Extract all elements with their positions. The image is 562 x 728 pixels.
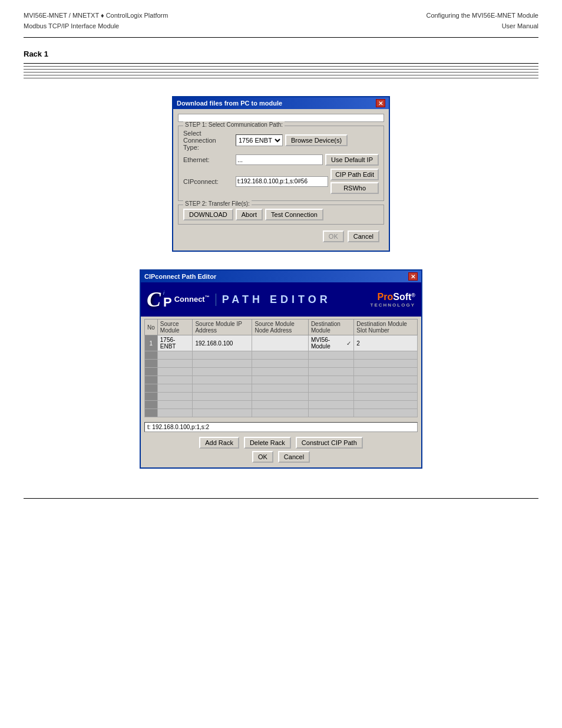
header-right-line2: User Manual — [426, 21, 538, 32]
col-dest-module: Destination Module — [308, 319, 353, 335]
header-left-line1: MVI56E-MNET / MNETXT ♦ ControlLogix Plat… — [24, 11, 168, 21]
ethernet-input[interactable] — [236, 154, 323, 165]
path-footer-row2: OK Cancel — [144, 451, 418, 463]
rack-line-5 — [24, 78, 538, 78]
cip-c-letter: C — [147, 287, 161, 312]
path-editor-titlebar: CIPconnect Path Editor ✕ — [141, 271, 421, 282]
conn-type-row: Select Connection Type: 1756 ENBT Browse… — [183, 130, 379, 151]
download-dialog-title: Download files from PC to module — [177, 100, 282, 107]
download-dialog: Download files from PC to module ✕ STEP … — [172, 96, 390, 252]
construct-cip-btn[interactable]: Construct CIP Path — [296, 437, 363, 449]
row-no: 1 — [145, 335, 158, 351]
step1-group: STEP 1: Select Communication Path: Selec… — [178, 126, 384, 201]
abort-btn[interactable]: Abort — [236, 209, 263, 220]
add-rack-btn[interactable]: Add Rack — [199, 437, 239, 449]
prosoft-technology: TECHNOLOGY — [371, 302, 415, 308]
col-source-module: Source Module — [157, 319, 193, 335]
progress-bar-area — [178, 114, 384, 122]
empty-row-5 — [145, 384, 418, 393]
download-dialog-close[interactable]: ✕ — [376, 99, 385, 107]
step1-label: STEP 1: Select Communication Path: — [183, 121, 285, 128]
empty-row-6 — [145, 393, 418, 401]
cip-logo: C i P Connect™ — [147, 287, 210, 312]
path-editor-header: C i P Connect™ PATH EDITOR ProSoft® TECH… — [141, 282, 421, 317]
download-cancel-btn[interactable]: Cancel — [348, 230, 379, 242]
row-source-node[interactable] — [252, 335, 308, 351]
path-editor-close[interactable]: ✕ — [408, 272, 418, 281]
use-default-ip-btn[interactable]: Use Default IP — [325, 154, 379, 166]
empty-row-7 — [145, 401, 418, 409]
cipconnect-label: CIPconnect: — [183, 178, 233, 185]
row-source-module[interactable]: 1756-ENBT — [157, 335, 193, 351]
dest-module-check: ✓ — [346, 340, 351, 347]
download-btn[interactable]: DOWNLOAD — [183, 209, 233, 220]
header-right-line1: Configuring the MVI56E-MNET Module — [426, 11, 538, 21]
dest-module-cell: MVI56-Module ✓ — [311, 337, 351, 350]
download-ok-btn[interactable]: OK — [323, 230, 344, 242]
header-left-line2: Modbus TCP/IP Interface Module — [24, 21, 168, 32]
path-footer-row1: Add Rack Delete Rack Construct CIP Path — [144, 437, 418, 449]
rswho-btn[interactable]: RSWho — [330, 182, 379, 194]
download-dialog-footer: OK Cancel — [178, 228, 384, 246]
conn-type-select[interactable]: 1756 ENBT — [236, 134, 283, 146]
empty-row-2 — [145, 360, 418, 368]
rack-divider-main — [24, 63, 538, 64]
rack-section: Rack 1 — [24, 50, 538, 78]
empty-row-8 — [145, 409, 418, 417]
rack-line-3 — [24, 72, 538, 73]
browse-devices-btn[interactable]: Browse Device(s) — [285, 134, 348, 146]
row-dest-slot[interactable]: 2 — [354, 335, 418, 351]
footer-divider — [24, 498, 538, 499]
path-editor-footer: Add Rack Delete Rack Construct CIP Path … — [141, 434, 421, 467]
step2-row: DOWNLOAD Abort Test Connection — [183, 209, 379, 220]
cip-connect-text: Connect™ — [174, 295, 210, 304]
rack-title: Rack 1 — [24, 50, 538, 58]
table-row[interactable]: 1 1756-ENBT 192.168.0.100 MVI56-Module ✓… — [145, 335, 418, 351]
rack-line-4 — [24, 75, 538, 75]
cip-connect-block: Connect™ — [174, 295, 210, 305]
page-header: MVI56E-MNET / MNETXT ♦ ControlLogix Plat… — [0, 0, 562, 37]
path-editor-title-text: CIPconnect Path Editor — [144, 273, 216, 280]
rack-line-2 — [24, 69, 538, 70]
path-ok-btn[interactable]: OK — [252, 451, 273, 463]
ethernet-label: Ethernet: — [183, 156, 233, 163]
prosoft-pro: Pro — [378, 292, 394, 302]
delete-rack-btn[interactable]: Delete Rack — [244, 437, 291, 449]
path-table-area: No Source Module Source Module IP Addres… — [141, 317, 421, 420]
path-table-header-row: No Source Module Source Module IP Addres… — [145, 319, 418, 335]
col-no: No — [145, 319, 158, 335]
header-right: Configuring the MVI56E-MNET Module User … — [426, 11, 538, 31]
col-source-ip: Source Module IP Address — [193, 319, 252, 335]
ethernet-row: Ethernet: Use Default IP — [183, 154, 379, 166]
path-cancel-btn[interactable]: Cancel — [278, 451, 310, 463]
step2-group: STEP 2: Transfer File(s): DOWNLOAD Abort… — [178, 205, 384, 225]
prosoft-logo: ProSoft® TECHNOLOGY — [371, 292, 415, 308]
prosoft-logo-main: ProSoft® — [371, 292, 415, 302]
path-editor-logo-area: C i P Connect™ PATH EDITOR — [147, 287, 331, 312]
dialogs-container: Download files from PC to module ✕ STEP … — [0, 90, 562, 486]
conn-type-label: Select Connection Type: — [183, 130, 233, 151]
empty-row-1 — [145, 351, 418, 360]
header-divider — [24, 37, 538, 38]
row-source-ip[interactable]: 192.168.0.100 — [193, 335, 252, 351]
header-left: MVI56E-MNET / MNETXT ♦ ControlLogix Plat… — [24, 11, 168, 31]
download-dialog-titlebar: Download files from PC to module ✕ — [173, 97, 389, 109]
cip-text-block: i P — [163, 291, 172, 309]
col-dest-slot: Destination Module Slot Number — [354, 319, 418, 335]
prosoft-soft: Soft — [393, 292, 411, 302]
cip-p-letter: P — [163, 296, 172, 309]
path-table-head: No Source Module Source Module IP Addres… — [145, 319, 418, 335]
rack-line-1 — [24, 66, 538, 67]
step2-label: STEP 2: Transfer File(s): — [183, 200, 252, 207]
cipconnect-row: CIPconnect: t:192.168.0.100,p:1,s:0#56 C… — [183, 169, 379, 194]
path-status-bar: t: 192.168.0.100,p:1,s:2 — [144, 422, 418, 432]
cipconnect-value: t:192.168.0.100,p:1,s:0#56 — [236, 176, 328, 187]
empty-row-4 — [145, 376, 418, 384]
cip-path-edit-btn[interactable]: CIP Path Edit — [330, 169, 379, 180]
test-conn-btn[interactable]: Test Connection — [265, 209, 323, 220]
row-dest-module[interactable]: MVI56-Module ✓ — [308, 335, 353, 351]
path-editor-title-label: PATH EDITOR — [216, 294, 331, 306]
col-source-node: Source Module Node Address — [252, 319, 308, 335]
path-editor-dialog: CIPconnect Path Editor ✕ C i P Connect™ … — [140, 269, 422, 469]
download-dialog-body: STEP 1: Select Communication Path: Selec… — [173, 109, 389, 251]
